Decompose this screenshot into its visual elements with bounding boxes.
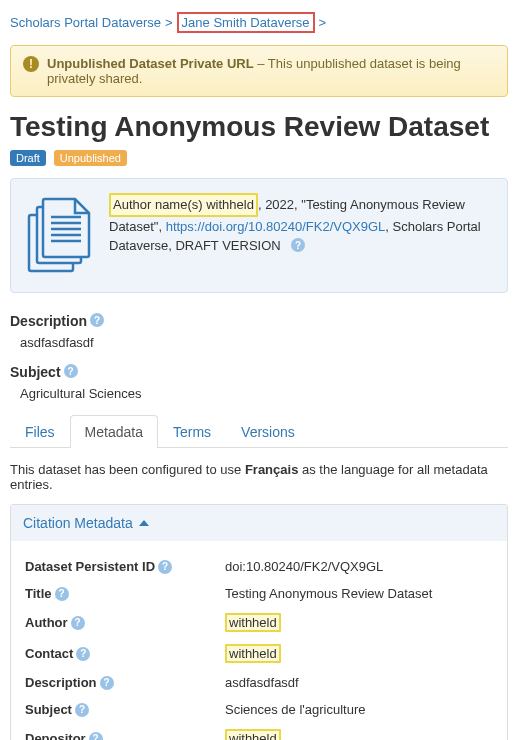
citation-metadata-header[interactable]: Citation Metadata bbox=[11, 505, 507, 541]
metadata-value: Sciences de l'agriculture bbox=[225, 702, 493, 717]
metadata-value: withheld bbox=[225, 644, 493, 663]
metadata-value: doi:10.80240/FK2/VQX9GL bbox=[225, 559, 493, 574]
help-icon[interactable]: ? bbox=[158, 560, 172, 574]
help-icon[interactable]: ? bbox=[75, 703, 89, 717]
metadata-key: Depositor? bbox=[25, 729, 225, 740]
doi-link[interactable]: https://doi.org/10.80240/FK2/VQX9GL bbox=[166, 219, 386, 234]
draft-badge: Draft bbox=[10, 150, 46, 166]
metadata-key: Author? bbox=[25, 613, 225, 632]
subject-label: Subject? bbox=[10, 364, 508, 380]
subject-value: Agricultural Sciences bbox=[10, 386, 508, 401]
help-icon[interactable]: ? bbox=[64, 364, 78, 378]
breadcrumb-current-link[interactable]: Jane Smith Dataverse bbox=[182, 15, 310, 30]
citation-metadata-panel: Citation Metadata Dataset Persistent ID?… bbox=[10, 504, 508, 740]
exclamation-icon: ! bbox=[23, 56, 39, 72]
metadata-value: Testing Anonymous Review Dataset bbox=[225, 586, 493, 601]
metadata-row: Contact?withheld bbox=[25, 638, 493, 669]
metadata-row: Title?Testing Anonymous Review Dataset bbox=[25, 580, 493, 607]
metadata-row: Subject?Sciences de l'agriculture bbox=[25, 696, 493, 723]
help-icon[interactable]: ? bbox=[100, 676, 114, 690]
alert-text: Unpublished Dataset Private URL – This u… bbox=[47, 56, 495, 86]
tab-terms[interactable]: Terms bbox=[158, 415, 226, 448]
metadata-key: Contact? bbox=[25, 644, 225, 663]
help-icon[interactable]: ? bbox=[89, 732, 103, 740]
private-url-alert: ! Unpublished Dataset Private URL – This… bbox=[10, 45, 508, 97]
unpublished-badge: Unpublished bbox=[54, 150, 127, 166]
tabs: Files Metadata Terms Versions bbox=[10, 415, 508, 448]
subject-section: Subject? Agricultural Sciences bbox=[10, 364, 508, 401]
withheld-highlight: withheld bbox=[225, 729, 281, 740]
help-icon[interactable]: ? bbox=[291, 238, 305, 252]
breadcrumb-highlight-box: Jane Smith Dataverse bbox=[177, 12, 315, 33]
description-section: Description? asdfasdfasdf bbox=[10, 313, 508, 350]
metadata-key: Title? bbox=[25, 586, 225, 601]
help-icon[interactable]: ? bbox=[55, 587, 69, 601]
metadata-table: Dataset Persistent ID?doi:10.80240/FK2/V… bbox=[11, 541, 507, 740]
metadata-value: withheld bbox=[225, 613, 493, 632]
tab-versions[interactable]: Versions bbox=[226, 415, 310, 448]
tab-files[interactable]: Files bbox=[10, 415, 70, 448]
withheld-highlight: withheld bbox=[225, 613, 281, 632]
metadata-key: Description? bbox=[25, 675, 225, 690]
metadata-row: Description?asdfasdfasdf bbox=[25, 669, 493, 696]
metadata-value: asdfasdfasdf bbox=[225, 675, 493, 690]
language-note: This dataset has been configured to use … bbox=[10, 462, 508, 492]
breadcrumb-root-link[interactable]: Scholars Portal Dataverse bbox=[10, 15, 161, 30]
page-title: Testing Anonymous Review Dataset bbox=[10, 111, 508, 143]
metadata-key: Dataset Persistent ID? bbox=[25, 559, 225, 574]
metadata-row: Dataset Persistent ID?doi:10.80240/FK2/V… bbox=[25, 553, 493, 580]
description-value: asdfasdfasdf bbox=[10, 335, 508, 350]
chevron-up-icon bbox=[139, 520, 149, 526]
breadcrumb-separator: > bbox=[319, 15, 327, 30]
breadcrumb-separator: > bbox=[165, 15, 173, 30]
help-icon[interactable]: ? bbox=[76, 647, 90, 661]
status-badges: Draft Unpublished bbox=[10, 149, 508, 166]
tab-metadata[interactable]: Metadata bbox=[70, 415, 158, 448]
metadata-row: Author?withheld bbox=[25, 607, 493, 638]
withheld-highlight: withheld bbox=[225, 644, 281, 663]
description-label: Description? bbox=[10, 313, 508, 329]
breadcrumb: Scholars Portal Dataverse > Jane Smith D… bbox=[10, 8, 508, 39]
metadata-row: Depositor?withheld bbox=[25, 723, 493, 740]
help-icon[interactable]: ? bbox=[90, 313, 104, 327]
citation-box: Author name(s) withheld, 2022, "Testing … bbox=[10, 178, 508, 293]
author-withheld-highlight: Author name(s) withheld bbox=[109, 193, 258, 217]
metadata-value: withheld bbox=[225, 729, 493, 740]
help-icon[interactable]: ? bbox=[71, 616, 85, 630]
metadata-key: Subject? bbox=[25, 702, 225, 717]
citation-text: Author name(s) withheld, 2022, "Testing … bbox=[109, 193, 493, 278]
document-icon bbox=[25, 193, 97, 278]
alert-title: Unpublished Dataset Private URL bbox=[47, 56, 254, 71]
